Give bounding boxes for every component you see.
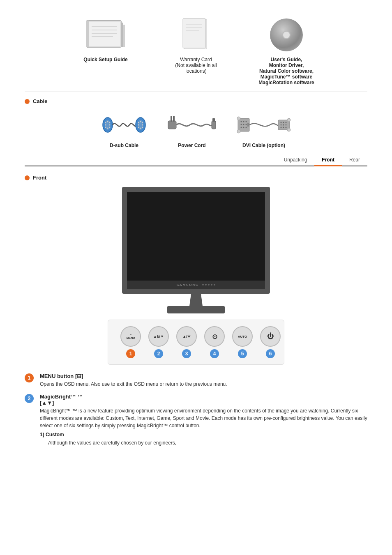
indicator-5: [214, 284, 215, 286]
svg-point-18: [107, 121, 108, 122]
accessory-cd: User's Guide,Monitor Driver,Natural Colo…: [254, 16, 319, 85]
desc-badge-2: 2: [25, 394, 34, 403]
desc-text-1: Opens the OSD menu. Also use to exit the…: [40, 380, 367, 388]
desc-content-2: MagicBright™ ™[▲▼] MagicBright™ ™ is a n…: [40, 394, 367, 447]
svg-point-28: [140, 121, 141, 122]
warranty-card-label: Warranty Card(Not available in alllocati…: [175, 57, 217, 74]
cable-section-title: Cable: [33, 98, 47, 104]
svg-point-47: [241, 127, 242, 128]
svg-point-46: [246, 124, 247, 125]
desc-term-2: MagicBright™ ™[▲▼]: [40, 394, 367, 406]
svg-point-44: [241, 124, 242, 125]
svg-rect-11: [183, 18, 205, 48]
indicator-1: [202, 284, 204, 286]
svg-point-63: [287, 118, 291, 122]
dsub-cable-image: [101, 111, 147, 139]
tab-rear[interactable]: Rear: [342, 154, 367, 166]
cable-bullet: [25, 99, 30, 104]
power-icon: ⏻: [267, 333, 274, 340]
tab-unpacking[interactable]: Unpacking: [277, 154, 315, 166]
dvi-cable-label: DVI Cable (option): [242, 143, 285, 148]
nav-tabs: Unpacking Front Rear: [25, 154, 367, 166]
menu-icon: ≡MENU: [127, 333, 135, 340]
dvi-cable-item: DVI Cable (option): [237, 111, 291, 148]
svg-point-32: [138, 127, 139, 128]
indicator-2: [205, 284, 207, 286]
menu-button-group: ≡MENU 1: [120, 326, 141, 358]
monitor-neck: [188, 294, 204, 306]
desc-text-2: MagicBright™ ™ is a new feature providin…: [40, 407, 367, 429]
svg-point-49: [246, 127, 247, 128]
front-bullet: [25, 175, 30, 180]
tab-front[interactable]: Front: [314, 154, 342, 166]
monitor-wrapper: SAMSUNG: [122, 187, 270, 313]
svg-point-60: [281, 127, 282, 128]
desc-term-1: MENU button [⊟]: [40, 373, 367, 379]
svg-rect-50: [247, 123, 249, 127]
button-number-6: 6: [266, 349, 275, 358]
dvi-cable-image: [237, 111, 291, 139]
power-cord-image: [167, 111, 217, 139]
accessory-quick-setup-guide: Quick Setup Guide: [73, 16, 138, 85]
cd-icon: [270, 18, 303, 51]
dsub-cable-item: D-sub Cable: [101, 111, 147, 148]
cd-image: [270, 16, 303, 53]
svg-point-34: [142, 127, 143, 128]
power-cord-item: Power Cord: [167, 111, 217, 148]
cd-label: User's Guide,Monitor Driver,Natural Colo…: [258, 57, 314, 85]
cable-section-header: Cable: [25, 98, 367, 104]
brightness-button-group: ▲/✶ 3: [176, 326, 197, 358]
power-cord-label: Power Cord: [178, 143, 205, 148]
svg-point-58: [283, 124, 284, 126]
svg-rect-35: [168, 121, 176, 129]
svg-point-42: [243, 121, 244, 122]
auto-icon: AUTO: [238, 335, 247, 339]
desc-item-2: 2 MagicBright™ ™[▲▼] MagicBright™ ™ is a…: [25, 394, 367, 447]
descriptions-list: 1 MENU button [⊟] Opens the OSD menu. Al…: [25, 373, 367, 447]
cables-row: D-sub Cable Power Cord: [25, 111, 367, 148]
svg-point-51: [237, 117, 240, 120]
desc-content-1: MENU button [⊟] Opens the OSD menu. Also…: [40, 373, 367, 388]
svg-rect-37: [173, 116, 175, 122]
button-number-2: 2: [154, 349, 163, 358]
svg-point-59: [286, 124, 287, 126]
input-button[interactable]: ⊙: [204, 326, 225, 347]
separator-1: [25, 92, 367, 92]
front-section-title: Front: [33, 175, 46, 181]
svg-rect-36: [171, 116, 172, 122]
svg-point-48: [243, 127, 244, 128]
magicbright-button[interactable]: ▲b/▼: [148, 326, 169, 347]
quick-setup-guide-image: [84, 16, 127, 53]
front-section-header: Front: [25, 175, 367, 181]
control-panel: ≡MENU 1 ▲b/▼ 2 ▲/✶ 3 ⊙: [108, 320, 284, 365]
svg-point-22: [105, 127, 106, 128]
button-number-5: 5: [238, 349, 247, 358]
magicbright-icon: ▲b/▼: [153, 334, 164, 339]
svg-point-19: [109, 122, 111, 123]
svg-rect-9: [123, 25, 125, 47]
svg-point-57: [281, 124, 282, 126]
front-section: Front SAMSUNG: [25, 175, 367, 447]
button-number-4: 4: [210, 349, 219, 358]
svg-point-33: [140, 127, 141, 129]
power-button[interactable]: ⏻: [260, 326, 281, 347]
svg-point-27: [138, 122, 139, 123]
monitor-brand-text: SAMSUNG: [177, 283, 199, 287]
button-number-3: 3: [182, 349, 191, 358]
svg-point-29: [142, 122, 143, 123]
svg-rect-2: [88, 22, 120, 46]
svg-point-30: [138, 124, 139, 125]
monitor-screen: SAMSUNG: [122, 187, 270, 294]
menu-button[interactable]: ≡MENU: [120, 326, 141, 347]
desc-subheading-2: 1) Custom: [40, 432, 367, 438]
svg-point-45: [243, 124, 244, 125]
power-button-group: ⏻ 6: [260, 326, 281, 358]
auto-button[interactable]: AUTO: [232, 326, 253, 347]
svg-rect-8: [121, 23, 123, 47]
desc-subtext-2: Although the values are carefully chosen…: [40, 439, 367, 447]
brightness-button[interactable]: ▲/✶: [176, 326, 197, 347]
monitor-brand-bar: SAMSUNG: [127, 281, 265, 289]
svg-point-55: [283, 122, 284, 123]
monitor-indicators: [202, 284, 215, 286]
dsub-cable-label: D-sub Cable: [110, 143, 138, 148]
